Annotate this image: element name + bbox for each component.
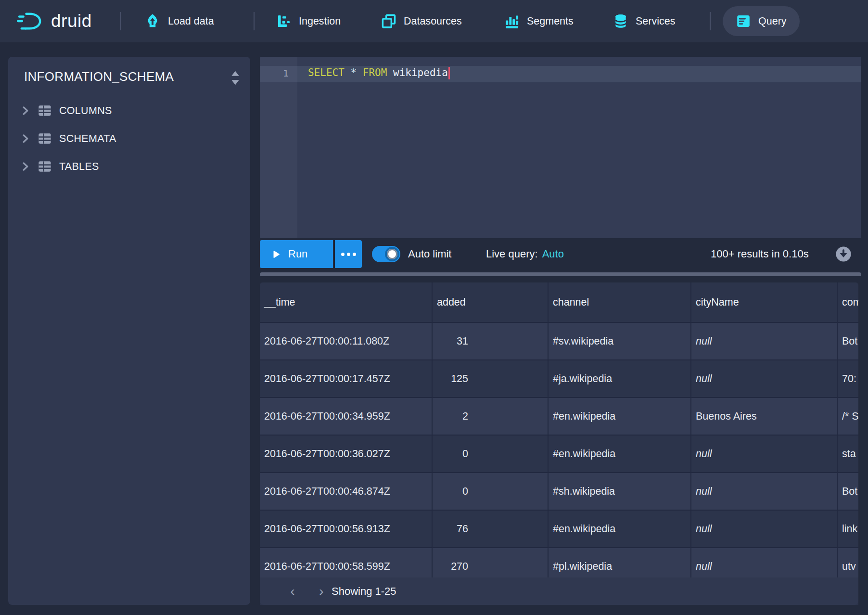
download-icon [835,246,852,262]
query-icon [736,13,751,29]
nav-item-load-data[interactable]: Load data [144,0,214,42]
double-caret-vertical-icon [229,69,242,89]
table-cell[interactable]: null [691,473,838,510]
chevron-right-icon[interactable] [21,106,30,115]
live-query-mode-dropdown[interactable]: Auto [542,248,564,260]
table-cell[interactable]: 2016-06-27T00:00:46.874Z [260,473,433,510]
table-cell[interactable]: null [691,511,838,547]
nav-item-label: Datasources [404,15,462,27]
table-cell[interactable]: 0 [433,436,549,472]
run-button[interactable]: Run [260,240,333,268]
brand[interactable]: druid [16,0,92,42]
nav-item-label: Query [758,15,787,27]
previous-page-button[interactable]: ‹ [283,577,302,605]
run-button-label: Run [288,248,307,260]
table-row: 2016-06-27T00:00:36.027Z0#en.wikipedianu… [260,436,858,473]
table-cell[interactable]: sta [838,436,858,472]
query-editor[interactable]: 1 SELECT * FROM wikipedia [260,57,861,238]
nav-item-segments[interactable]: Segments [504,0,574,42]
nav-item-services[interactable]: Services [613,0,675,42]
toggle-knob [385,247,399,261]
chevron-right-icon[interactable] [21,134,30,143]
table-cell[interactable]: 125 [433,360,549,397]
table-cell[interactable]: 0 [433,473,549,510]
line-number: 1 [260,67,289,79]
table-cell[interactable]: #en.wikipedia [549,398,691,435]
ingestion-icon [276,13,292,29]
services-icon [613,13,628,29]
play-icon [271,250,281,259]
download-results-button[interactable] [835,246,852,262]
table-row: 2016-06-27T00:00:17.457Z125#ja.wikipedia… [260,360,858,398]
brand-name: druid [51,11,92,31]
nav-item-ingestion[interactable]: Ingestion [276,0,341,42]
datasources-icon [381,13,396,29]
column-header-cityName[interactable]: cityName [691,282,838,322]
editor-gutter [260,57,297,238]
table-icon [38,104,51,117]
nav-divider [120,12,121,30]
column-header-time[interactable]: __time [260,282,433,322]
table-cell[interactable]: 2016-06-27T00:00:17.457Z [260,360,433,397]
column-header-added[interactable]: added [433,282,549,322]
table-cell[interactable]: #en.wikipedia [549,436,691,472]
table-cell[interactable]: #en.wikipedia [549,511,691,547]
load-data-icon [144,13,161,29]
sidebar-item-tables[interactable]: TABLES [8,154,250,179]
table-cell[interactable]: 70: [838,360,858,397]
table-cell[interactable]: null [691,436,838,472]
sidebar-item-label: SCHEMATA [59,133,116,145]
table-cell[interactable]: #sv.wikipedia [549,323,691,359]
showing-range-label: Showing 1-25 [332,577,396,605]
table-cell[interactable]: #ja.wikipedia [549,360,691,397]
table-cell[interactable]: Buenos Aires [691,398,838,435]
nav-item-label: Load data [168,15,214,27]
table-cell[interactable]: 31 [433,323,549,359]
table-cell[interactable]: null [691,360,838,397]
column-header-comment[interactable]: comment [838,282,858,322]
table-cell[interactable]: null [691,323,838,359]
nav-divider [710,12,711,30]
sql-token-identifier: wikipedia [387,67,447,78]
schema-selector[interactable]: INFORMATION_SCHEMA [8,65,250,90]
table-cell[interactable]: 2016-06-27T00:00:56.913Z [260,511,433,547]
table-cell[interactable]: 2016-06-27T00:00:34.959Z [260,398,433,435]
nav-item-label: Ingestion [299,15,341,27]
auto-limit-toggle[interactable] [372,246,400,262]
table-cell[interactable]: link [838,511,858,547]
pagination-bar: ‹ › Showing 1-25 [260,577,858,605]
sidebar-item-schemata[interactable]: SCHEMATA [8,126,250,152]
nav-divider [254,12,255,30]
sql-token-operator: * [345,67,363,78]
nav-item-label: Services [636,15,675,27]
table-cell[interactable]: Bot [838,473,858,510]
table-row: 2016-06-27T00:00:46.874Z0#sh.wikipedianu… [260,473,858,511]
results-summary: 100+ results in 0.10s [711,240,809,268]
table-cell[interactable]: #sh.wikipedia [549,473,691,510]
table-cell[interactable]: 76 [433,511,549,547]
chevron-right-icon[interactable] [21,162,30,171]
table-row: 2016-06-27T00:00:56.913Z76#en.wikipedian… [260,511,858,548]
sql-query-text: SELECT * FROM wikipedia [308,67,450,79]
table-icon [38,160,51,173]
nav-item-query[interactable]: Query [723,6,800,36]
table-cell[interactable]: 2016-06-27T00:00:11.080Z [260,323,433,359]
sidebar-item-columns[interactable]: COLUMNS [8,98,250,124]
results-table: __timeaddedchannelcityNamecomment 2016-0… [260,282,858,605]
table-cell[interactable]: Bot [838,323,858,359]
navbar: druid Load dataIngestionDatasourcesSegme… [0,0,868,42]
sql-token-keyword: FROM [363,67,387,78]
run-more-options-button[interactable] [334,240,362,268]
table-row: 2016-06-27T00:00:11.080Z31#sv.wikipedian… [260,323,858,360]
table-cell[interactable]: 2016-06-27T00:00:36.027Z [260,436,433,472]
nav-item-label: Segments [527,15,574,27]
splitter-handle[interactable] [260,272,861,276]
text-cursor [448,67,450,79]
live-query-label: Live query: [486,248,538,260]
schema-selector-label: INFORMATION_SCHEMA [24,69,174,84]
nav-item-datasources[interactable]: Datasources [381,0,462,42]
column-header-channel[interactable]: channel [549,282,691,322]
next-page-button[interactable]: › [312,577,331,605]
table-cell[interactable]: /* S [838,398,858,435]
table-cell[interactable]: 2 [433,398,549,435]
